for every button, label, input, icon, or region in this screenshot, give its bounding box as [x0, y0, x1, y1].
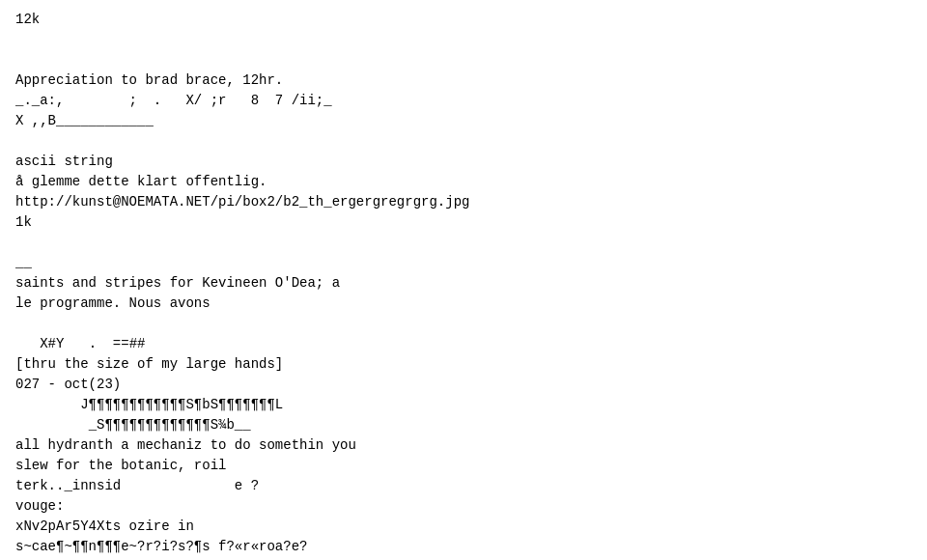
main-content: 12k Appreciation to brad brace, 12hr. _.… [15, 10, 912, 560]
